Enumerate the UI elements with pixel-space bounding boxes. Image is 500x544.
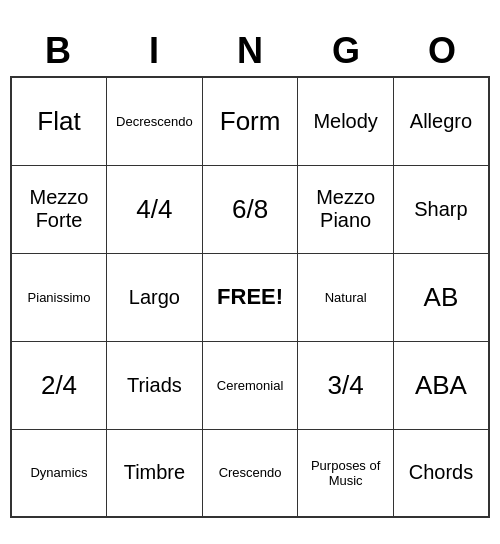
cell-3-4: ABA (393, 341, 489, 429)
header-letter: I (106, 26, 202, 76)
cell-4-3: Purposes of Music (298, 429, 394, 517)
bingo-grid: FlatDecrescendoFormMelodyAllegroMezzo Fo… (10, 76, 490, 518)
cell-1-0: Mezzo Forte (11, 165, 107, 253)
cell-3-0: 2/4 (11, 341, 107, 429)
cell-0-2: Form (202, 77, 298, 165)
cell-4-1: Timbre (107, 429, 203, 517)
cell-0-1: Decrescendo (107, 77, 203, 165)
cell-2-1: Largo (107, 253, 203, 341)
cell-2-0: Pianissimo (11, 253, 107, 341)
header-letter: N (202, 26, 298, 76)
cell-4-4: Chords (393, 429, 489, 517)
cell-1-2: 6/8 (202, 165, 298, 253)
header-letter: O (394, 26, 490, 76)
table-row: FlatDecrescendoFormMelodyAllegro (11, 77, 489, 165)
cell-3-3: 3/4 (298, 341, 394, 429)
cell-0-0: Flat (11, 77, 107, 165)
cell-2-4: AB (393, 253, 489, 341)
cell-1-1: 4/4 (107, 165, 203, 253)
cell-0-4: Allegro (393, 77, 489, 165)
table-row: DynamicsTimbreCrescendoPurposes of Music… (11, 429, 489, 517)
header-letter: G (298, 26, 394, 76)
cell-1-3: Mezzo Piano (298, 165, 394, 253)
cell-2-3: Natural (298, 253, 394, 341)
table-row: 2/4TriadsCeremonial3/4ABA (11, 341, 489, 429)
bingo-header: BINGO (10, 26, 490, 76)
cell-0-3: Melody (298, 77, 394, 165)
cell-1-4: Sharp (393, 165, 489, 253)
header-letter: B (10, 26, 106, 76)
cell-3-2: Ceremonial (202, 341, 298, 429)
table-row: PianissimoLargoFREE!NaturalAB (11, 253, 489, 341)
cell-3-1: Triads (107, 341, 203, 429)
table-row: Mezzo Forte4/46/8Mezzo PianoSharp (11, 165, 489, 253)
cell-4-2: Crescendo (202, 429, 298, 517)
cell-4-0: Dynamics (11, 429, 107, 517)
bingo-card: BINGO FlatDecrescendoFormMelodyAllegroMe… (10, 26, 490, 518)
cell-2-2: FREE! (202, 253, 298, 341)
